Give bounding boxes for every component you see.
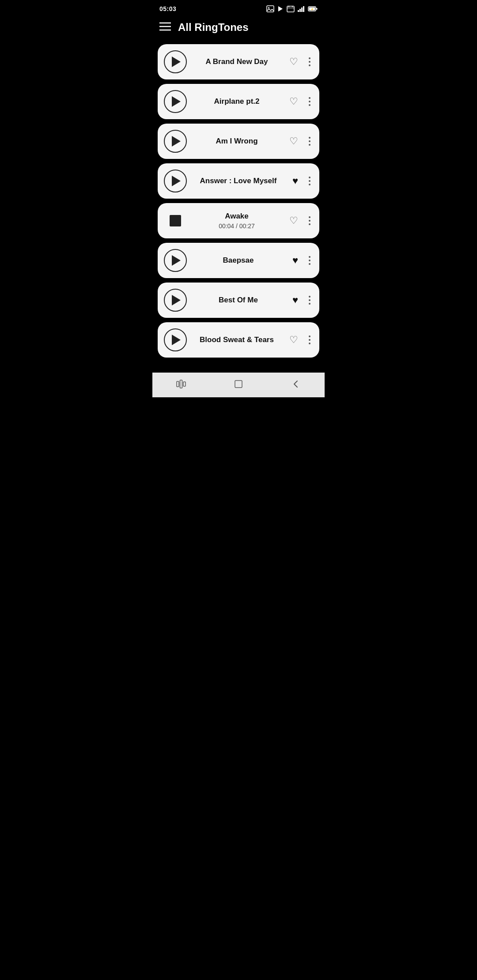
favorite-button[interactable]: ♡	[287, 94, 301, 109]
play-icon	[172, 255, 181, 266]
svg-rect-19	[177, 381, 179, 387]
signal-icon	[297, 6, 305, 12]
play-button[interactable]	[164, 289, 187, 312]
favorite-button[interactable]: ♥	[290, 173, 301, 188]
more-options-dot	[309, 137, 310, 139]
ringtone-item: Baepsae♥	[158, 243, 319, 278]
more-options-dot	[309, 64, 310, 66]
more-options-dot	[309, 335, 310, 337]
play-button[interactable]	[164, 50, 187, 73]
ringtone-item: A Brand New Day♡	[158, 44, 319, 79]
more-options-dot	[309, 144, 310, 146]
song-info: Am I Wrong	[192, 137, 281, 146]
play-icon	[172, 96, 181, 107]
song-title: Airplane pt.2	[214, 97, 260, 106]
play-icon	[172, 57, 181, 67]
svg-rect-0	[267, 6, 274, 12]
favorite-button[interactable]: ♥	[290, 293, 301, 308]
play-icon	[172, 176, 181, 186]
more-options-button[interactable]	[306, 214, 313, 228]
play-button[interactable]	[164, 90, 187, 113]
song-title: A Brand New Day	[205, 57, 268, 66]
favorite-button[interactable]: ♡	[287, 213, 301, 228]
play-button[interactable]	[164, 170, 187, 192]
play-button[interactable]	[164, 130, 187, 153]
svg-rect-9	[299, 9, 301, 12]
song-info: Awake00:04 / 00:27	[192, 212, 281, 230]
svg-rect-10	[301, 8, 303, 12]
more-options-dot	[309, 296, 310, 298]
more-options-dot	[309, 263, 310, 265]
more-options-dot	[309, 101, 310, 102]
ringtone-item: Answer : Love Myself♥	[158, 163, 319, 199]
more-options-dot	[309, 339, 310, 341]
ringtone-item: Best Of Me♥	[158, 283, 319, 318]
header: All RingTones	[152, 16, 325, 41]
more-options-dot	[309, 57, 310, 59]
calendar-icon	[287, 5, 295, 12]
more-options-dot	[309, 61, 310, 63]
favorite-button[interactable]: ♥	[290, 253, 301, 268]
song-progress: 00:04 / 00:27	[219, 222, 255, 230]
svg-rect-11	[303, 6, 304, 12]
more-options-dot	[309, 140, 310, 142]
more-options-button[interactable]	[306, 134, 313, 148]
more-options-dot	[309, 260, 310, 261]
play-status-icon	[277, 5, 284, 12]
ringtone-item: Am I Wrong♡	[158, 124, 319, 159]
svg-rect-20	[180, 380, 182, 388]
image-icon	[266, 5, 274, 12]
play-icon	[172, 295, 181, 305]
ringtone-list: A Brand New Day♡Airplane pt.2♡Am I Wrong…	[152, 41, 325, 373]
song-info: Best Of Me	[192, 296, 284, 305]
song-info: Airplane pt.2	[192, 97, 281, 106]
more-options-dot	[309, 223, 310, 225]
more-options-dot	[309, 177, 310, 178]
svg-marker-2	[278, 6, 283, 11]
more-options-dot	[309, 184, 310, 185]
play-button[interactable]	[164, 249, 187, 272]
song-info: Blood Sweat & Tears	[192, 335, 281, 344]
more-options-dot	[309, 299, 310, 301]
play-icon	[172, 335, 181, 345]
ringtone-item: Blood Sweat & Tears♡	[158, 322, 319, 358]
more-options-button[interactable]	[306, 293, 313, 307]
status-icons: ⚡	[266, 5, 318, 12]
more-options-dot	[309, 343, 310, 344]
play-button[interactable]	[164, 328, 187, 351]
ringtone-item: Airplane pt.2♡	[158, 84, 319, 119]
more-options-dot	[309, 104, 310, 106]
hamburger-menu-button[interactable]	[159, 22, 171, 33]
more-options-button[interactable]	[306, 55, 313, 69]
favorite-button[interactable]: ♡	[287, 332, 301, 347]
stop-icon	[170, 215, 181, 226]
song-info: A Brand New Day	[192, 57, 281, 66]
more-options-dot	[309, 180, 310, 182]
more-options-button[interactable]	[306, 94, 313, 109]
svg-rect-8	[298, 10, 299, 12]
more-options-button[interactable]	[306, 333, 313, 347]
more-options-button[interactable]	[306, 174, 313, 188]
song-title: Best Of Me	[219, 296, 258, 305]
svg-rect-21	[183, 382, 186, 386]
more-options-dot	[309, 220, 310, 222]
song-info: Baepsae	[192, 256, 284, 265]
svg-text:⚡: ⚡	[310, 8, 314, 11]
svg-rect-4	[287, 6, 294, 12]
more-options-button[interactable]	[306, 253, 313, 268]
more-options-dot	[309, 97, 310, 99]
song-title: Awake	[225, 212, 249, 221]
stop-button[interactable]	[164, 209, 187, 232]
play-icon	[172, 136, 181, 147]
status-bar: 05:03 ⚡	[152, 0, 325, 16]
svg-rect-22	[235, 381, 242, 388]
home-button[interactable]	[225, 375, 252, 393]
back-button[interactable]	[283, 375, 309, 393]
song-title: Baepsae	[223, 256, 254, 265]
ringtone-item: Awake00:04 / 00:27♡	[158, 203, 319, 238]
recent-apps-button[interactable]	[168, 375, 194, 393]
song-title: Blood Sweat & Tears	[200, 335, 274, 344]
favorite-button[interactable]: ♡	[287, 134, 301, 149]
battery-icon: ⚡	[308, 6, 318, 12]
favorite-button[interactable]: ♡	[287, 54, 301, 69]
